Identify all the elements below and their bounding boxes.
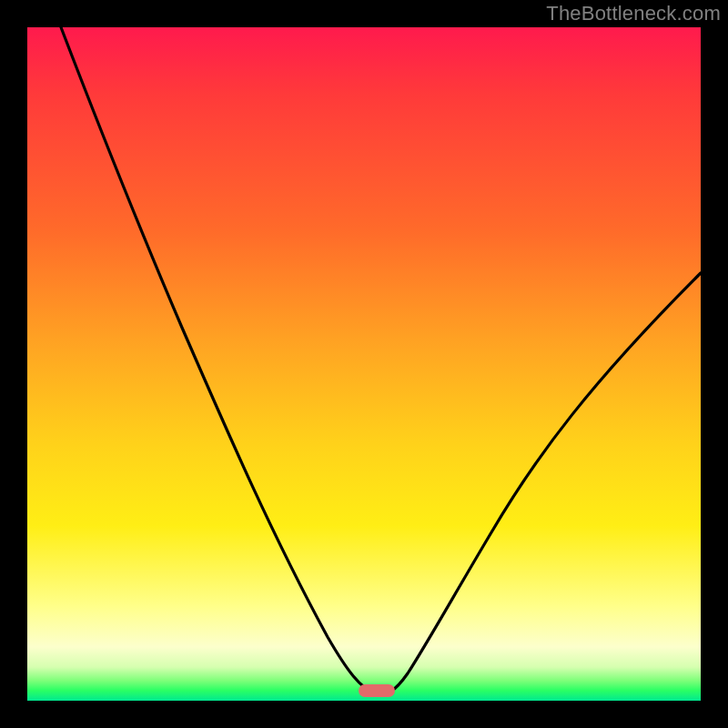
- chart-frame: TheBottleneck.com: [0, 0, 728, 728]
- watermark-text: TheBottleneck.com: [546, 2, 721, 25]
- plot-area: [27, 27, 701, 701]
- optimal-marker: [359, 684, 395, 697]
- curve-path: [61, 27, 701, 694]
- bottleneck-curve: [27, 27, 701, 701]
